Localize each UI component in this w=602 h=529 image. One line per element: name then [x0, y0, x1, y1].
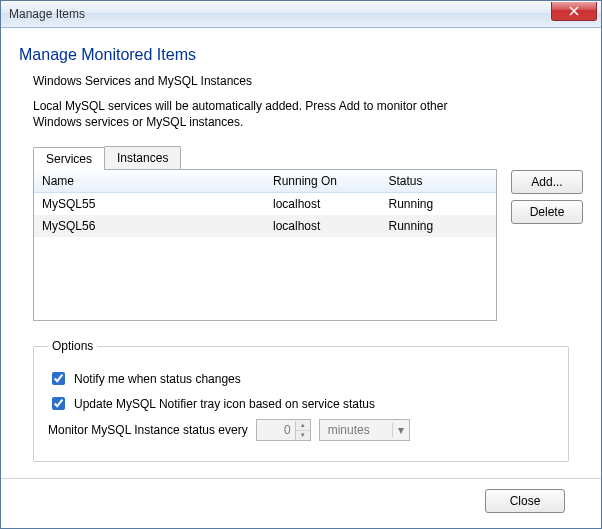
window-title: Manage Items: [9, 7, 85, 21]
delete-button[interactable]: Delete: [511, 200, 583, 224]
page-description: Local MySQL services will be automatical…: [33, 98, 463, 130]
cell-status: Running: [381, 215, 497, 237]
cell-status: Running: [381, 193, 497, 216]
tab-services[interactable]: Services: [33, 147, 105, 170]
col-running-on[interactable]: Running On: [265, 170, 381, 193]
tab-instances[interactable]: Instances: [104, 146, 181, 169]
page-heading: Manage Monitored Items: [19, 46, 583, 64]
spinner-up-icon[interactable]: ▲: [296, 421, 310, 431]
notify-label: Notify me when status changes: [74, 372, 241, 386]
chevron-down-icon: ▾: [392, 423, 409, 437]
table-row[interactable]: MySQL55 localhost Running: [34, 193, 496, 216]
table-row[interactable]: MySQL56 localhost Running: [34, 215, 496, 237]
cell-running-on: localhost: [265, 193, 381, 216]
monitor-interval-label: Monitor MySQL Instance status every: [48, 423, 248, 437]
cell-name: MySQL56: [34, 215, 265, 237]
dialog-body: Manage Monitored Items Windows Services …: [1, 28, 601, 528]
cell-running-on: localhost: [265, 215, 381, 237]
page-subheading: Windows Services and MySQL Instances: [33, 74, 583, 88]
col-name[interactable]: Name: [34, 170, 265, 193]
monitor-interval-input[interactable]: [257, 423, 295, 437]
notify-checkbox[interactable]: [52, 372, 65, 385]
window-close-button[interactable]: [551, 2, 597, 21]
dialog-footer: Close: [19, 479, 583, 525]
manage-items-dialog: Manage Items Manage Monitored Items Wind…: [0, 0, 602, 529]
spinner-down-icon[interactable]: ▼: [296, 431, 310, 440]
update-tray-label: Update MySQL Notifier tray icon based on…: [74, 397, 375, 411]
spinner-buttons[interactable]: ▲ ▼: [295, 421, 310, 440]
services-list: Name Running On Status MySQL55 localhost…: [33, 169, 497, 321]
monitor-interval-spinner[interactable]: ▲ ▼: [256, 419, 311, 441]
monitor-unit-value: minutes: [320, 423, 392, 437]
update-tray-checkbox[interactable]: [52, 397, 65, 410]
monitor-unit-combo[interactable]: minutes ▾: [319, 419, 410, 441]
options-legend: Options: [48, 339, 97, 353]
options-group: Options Notify me when status changes Up…: [33, 339, 569, 462]
tab-strip: Services Instances: [33, 146, 497, 169]
close-icon: [569, 6, 579, 16]
services-table: Name Running On Status MySQL55 localhost…: [34, 170, 496, 237]
titlebar: Manage Items: [1, 1, 601, 28]
items-tab-panel: Services Instances Name Running On Statu…: [33, 146, 497, 321]
side-buttons: Add... Delete: [511, 170, 583, 321]
col-status[interactable]: Status: [381, 170, 497, 193]
add-button[interactable]: Add...: [511, 170, 583, 194]
close-button[interactable]: Close: [485, 489, 565, 513]
cell-name: MySQL55: [34, 193, 265, 216]
